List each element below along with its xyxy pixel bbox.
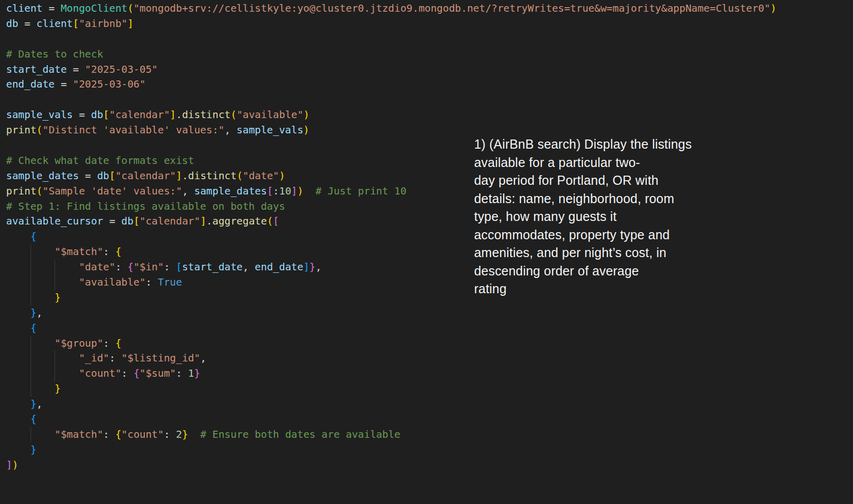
- code-token-s: "2025-03-06": [73, 78, 146, 90]
- code-token-s: "calendar": [140, 215, 200, 227]
- code-token-v: available_cursor: [6, 215, 103, 227]
- code-token-s: "calendar": [115, 170, 176, 182]
- code-line: }: [6, 442, 777, 458]
- code-line: {: [6, 412, 777, 427]
- annotation-line: amenities, and per night’s cost, in: [474, 244, 739, 262]
- code-token-b1: [: [133, 215, 140, 227]
- code-token-b2: }: [194, 368, 200, 379]
- code-token-s: "date": [79, 261, 115, 273]
- code-token-o: :: [103, 429, 116, 440]
- indent: [6, 427, 31, 442]
- indent: [6, 412, 31, 427]
- code-line: # Dates to check: [6, 47, 777, 62]
- indent: [6, 275, 31, 290]
- code-token-v: db: [121, 215, 133, 227]
- code-token-f: print: [6, 124, 37, 136]
- code-line: }: [6, 381, 777, 397]
- indent: [6, 244, 31, 260]
- indent: [6, 321, 31, 336]
- code-token-f: print: [6, 185, 37, 197]
- code-token-o: =: [18, 18, 37, 30]
- code-token-s: "$group": [54, 338, 103, 349]
- code-token-b1: [: [103, 109, 109, 121]
- code-token-o: ,: [200, 352, 206, 364]
- code-token-s: "Distinct 'available' values:": [42, 124, 224, 136]
- code-token-f: distinct: [182, 109, 230, 121]
- annotation-line: type, how many guests it: [474, 208, 739, 226]
- indent: [6, 397, 31, 412]
- code-token-c: MongoClient: [61, 3, 127, 14]
- code-token-s: "available": [237, 109, 304, 121]
- code-token-o: .: [182, 170, 188, 182]
- indent-guide: [54, 260, 79, 275]
- task-annotation: 1) (AirBnB search) Display the listings …: [474, 135, 739, 298]
- code-token-b1: (: [237, 170, 243, 182]
- code-token-s: "count": [121, 429, 163, 440]
- code-line: },: [6, 397, 777, 412]
- code-token-o: =: [103, 215, 122, 227]
- code-token-o: ,: [37, 398, 43, 410]
- code-line: end_date = "2025-03-06": [6, 77, 777, 92]
- code-token-s: "$match": [54, 429, 103, 440]
- code-token-b2: ]: [6, 459, 12, 471]
- code-token-b3: {: [31, 322, 37, 334]
- code-token-n: 2: [176, 429, 182, 440]
- code-token-v: client: [6, 3, 42, 14]
- indent: [6, 351, 31, 366]
- annotation-line: day period for Portland, OR with: [474, 172, 739, 190]
- code-token-s: "$sum": [140, 368, 176, 379]
- code-token-b1: }: [54, 292, 61, 303]
- code-token-b1: ]: [170, 109, 176, 121]
- code-line: client = MongoClient("mongodb+srv://cell…: [6, 1, 777, 16]
- code-line: "_id": "$listing_id",: [6, 351, 777, 366]
- code-token-b3: }: [31, 307, 37, 319]
- code-token-o: =: [79, 170, 97, 182]
- code-token-o: :: [164, 261, 176, 273]
- code-token-o: :: [103, 338, 116, 349]
- code-token-v: db: [6, 18, 18, 30]
- code-token-o: :: [121, 368, 133, 379]
- indent-guide: [31, 366, 55, 381]
- code-token-o: ,: [315, 261, 321, 273]
- code-token-b1: ): [297, 185, 304, 197]
- annotation-line: accommodates, property type and: [474, 226, 739, 244]
- annotation-line: 1) (AirBnB search) Display the listings: [474, 135, 739, 154]
- code-token-o: =: [73, 109, 91, 121]
- code-token-f: distinct: [188, 170, 236, 182]
- code-token-b1: ): [12, 459, 18, 471]
- code-token-b3: {: [31, 231, 37, 242]
- code-token-v: sample_vals: [237, 124, 304, 136]
- screenshot-root: client = MongoClient("mongodb+srv://cell…: [0, 0, 853, 504]
- code-token-o: =: [42, 3, 61, 14]
- code-token-b1: ]: [127, 18, 133, 30]
- code-token-o: :: [176, 368, 188, 379]
- code-token-b1: (: [127, 3, 133, 14]
- code-token-b1: }: [54, 383, 61, 395]
- indent-guide: [31, 290, 55, 305]
- code-token-b1: }: [182, 429, 188, 440]
- code-line: "count": {"$sum": 1}: [6, 366, 777, 381]
- code-token-n: 10: [279, 185, 291, 197]
- indent-guide: [54, 366, 79, 381]
- code-token-m: # Step 1: Find listings available on bot…: [6, 201, 285, 212]
- indent: [6, 381, 31, 397]
- indent-guide: [31, 381, 55, 397]
- code-token-b2: {: [127, 261, 133, 273]
- code-token-b1: {: [115, 338, 121, 349]
- code-token-b1: [: [109, 170, 115, 182]
- code-line: {: [6, 321, 777, 336]
- code-token-n: 1: [188, 368, 194, 379]
- code-line: "$match": {"count": 2} # Ensure both dat…: [6, 427, 777, 442]
- code-token-b1: (: [37, 185, 43, 197]
- code-token-s: "$in": [133, 261, 164, 273]
- code-token-b1: [: [73, 18, 79, 30]
- code-token-b1: {: [115, 429, 121, 440]
- indent: [6, 366, 31, 381]
- code-token-s: "available": [79, 276, 146, 288]
- code-token-b2: [: [267, 185, 273, 197]
- code-token-o: [304, 185, 316, 197]
- indent-guide: [54, 275, 79, 290]
- code-token-b1: ): [279, 170, 285, 182]
- code-token-o: .: [206, 215, 212, 227]
- code-token-b1: {: [115, 246, 121, 258]
